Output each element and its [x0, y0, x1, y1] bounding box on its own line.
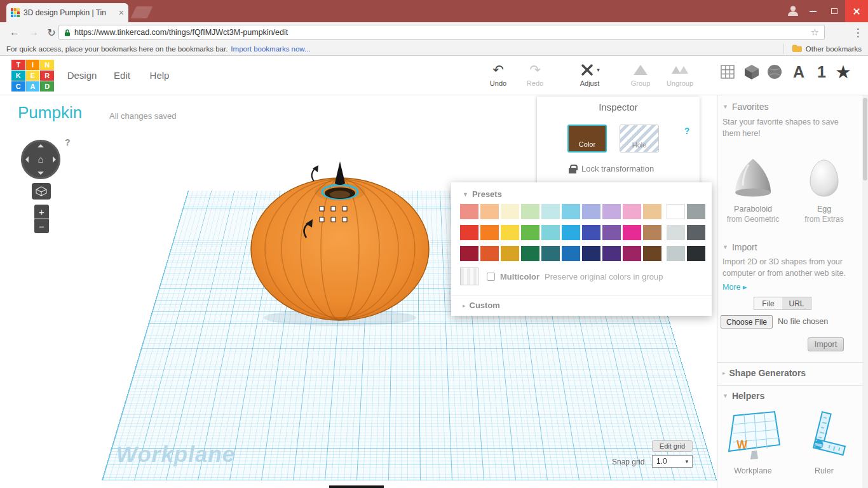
hole-chip[interactable]: Hole: [620, 125, 659, 152]
color-swatch[interactable]: [480, 246, 499, 261]
color-swatch[interactable]: [643, 225, 661, 240]
color-swatch[interactable]: [480, 225, 499, 240]
color-swatch[interactable]: [541, 204, 560, 219]
color-swatch[interactable]: [501, 246, 519, 261]
undo-button[interactable]: ↶ Undo: [480, 61, 516, 87]
color-swatch[interactable]: [501, 204, 519, 219]
presets-section-header[interactable]: ▼ Presets: [463, 189, 502, 199]
color-swatch[interactable]: [460, 204, 478, 219]
color-swatch[interactable]: [582, 225, 600, 240]
color-swatch[interactable]: [602, 204, 621, 219]
number-icon[interactable]: 1: [813, 62, 830, 81]
color-swatch[interactable]: [582, 204, 600, 219]
color-swatch[interactable]: [667, 225, 685, 240]
color-swatch[interactable]: [460, 225, 478, 240]
bookmark-star-icon[interactable]: ☆: [811, 27, 819, 38]
back-button[interactable]: ←: [6, 24, 23, 41]
close-window-button[interactable]: [845, 0, 868, 22]
color-swatch[interactable]: [521, 225, 539, 240]
sidebar-scrollbar[interactable]: [862, 95, 868, 488]
edit-grid-button[interactable]: Edit grid: [652, 440, 693, 452]
shapes-grid-icon[interactable]: [719, 62, 736, 81]
favorites-header[interactable]: ▼ Favorites: [722, 102, 769, 112]
color-swatch[interactable]: [521, 204, 539, 219]
choose-file-button[interactable]: Choose File: [721, 315, 773, 329]
import-bookmarks-link[interactable]: Import bookmarks now...: [231, 45, 310, 53]
home-view-icon[interactable]: ⌂: [23, 154, 58, 165]
helpers-header[interactable]: ▼ Helpers: [722, 391, 764, 401]
color-swatch[interactable]: [460, 246, 478, 261]
fit-view-button[interactable]: [32, 183, 51, 200]
tab-file[interactable]: File: [754, 297, 783, 310]
refresh-button[interactable]: ↻: [43, 24, 60, 41]
menu-edit[interactable]: Edit: [108, 56, 136, 95]
multicolor-swatch[interactable]: [460, 268, 478, 285]
color-swatch[interactable]: [687, 246, 705, 261]
import-button[interactable]: Import: [808, 337, 844, 351]
color-swatch[interactable]: [602, 225, 621, 240]
tab-close-icon[interactable]: ×: [119, 8, 124, 17]
color-swatch[interactable]: [667, 246, 685, 261]
color-swatch[interactable]: [562, 246, 580, 261]
shape-generators-header[interactable]: ▸ Shape Generators: [722, 368, 806, 378]
sphere-icon[interactable]: [766, 62, 783, 81]
color-swatch[interactable]: [623, 246, 641, 261]
help-icon[interactable]: ?: [65, 137, 71, 147]
orbit-control[interactable]: ⌂: [21, 140, 60, 179]
color-swatch[interactable]: [582, 246, 600, 261]
profile-icon[interactable]: [786, 4, 800, 18]
multicolor-checkbox[interactable]: [487, 273, 495, 281]
pumpkin-model[interactable]: [238, 147, 442, 338]
color-swatch[interactable]: [562, 225, 580, 240]
browser-tab[interactable]: 3D design Pumpkin | Tin ×: [6, 3, 128, 22]
color-swatch[interactable]: [541, 225, 560, 240]
custom-section-header[interactable]: ▸ Custom: [463, 301, 500, 310]
color-swatch[interactable]: [562, 204, 580, 219]
color-swatch[interactable]: [687, 204, 705, 219]
other-bookmarks-button[interactable]: Other bookmarks: [806, 45, 862, 53]
color-swatch[interactable]: [623, 204, 641, 219]
zoom-out-button[interactable]: −: [34, 219, 49, 233]
ungroup-button: Ungroup: [660, 61, 700, 87]
design-title[interactable]: Pumpkin: [18, 103, 82, 123]
lock-transformation[interactable]: Lock transformation: [569, 164, 654, 173]
text-letter-icon[interactable]: A: [790, 62, 807, 81]
menu-help[interactable]: Help: [144, 56, 175, 95]
color-swatch[interactable]: [501, 225, 519, 240]
browser-menu-icon[interactable]: ⋮: [850, 24, 865, 41]
color-swatch[interactable]: [623, 225, 641, 240]
new-tab-button[interactable]: [131, 6, 153, 18]
minimize-button[interactable]: [802, 0, 824, 22]
color-chip[interactable]: Color: [567, 125, 607, 152]
tab-url[interactable]: URL: [782, 297, 811, 310]
orbit-down-icon[interactable]: [37, 172, 44, 175]
color-swatch[interactable]: [480, 204, 499, 219]
favorites-star-icon[interactable]: ★: [835, 62, 851, 81]
color-swatch[interactable]: [643, 204, 661, 219]
address-bar[interactable]: https://www.tinkercad.com/things/fQfIMJW…: [58, 25, 825, 40]
more-link[interactable]: More ▸: [722, 282, 747, 292]
color-swatch[interactable]: [521, 246, 539, 261]
helper-workplane[interactable]: W Workplane: [717, 409, 789, 475]
helper-ruler[interactable]: mm Ruler: [789, 409, 860, 475]
color-swatch[interactable]: [667, 204, 685, 219]
color-swatch[interactable]: [643, 246, 661, 261]
zoom-in-button[interactable]: +: [34, 205, 49, 219]
snap-grid-select[interactable]: 1.0 ▼: [652, 455, 693, 468]
maximize-button[interactable]: [824, 0, 845, 22]
url-text[interactable]: https://www.tinkercad.com/things/fQfIMJW…: [74, 28, 807, 37]
orbit-up-icon[interactable]: [37, 144, 44, 147]
shape-egg[interactable]: Egg from Extras: [789, 156, 860, 224]
color-swatch[interactable]: [602, 246, 621, 261]
adjust-button[interactable]: ▾ Adjust: [571, 61, 609, 87]
inspector-help-icon[interactable]: ?: [684, 126, 690, 136]
scale-handle-cone[interactable]: [335, 161, 345, 183]
cube-icon[interactable]: [743, 62, 760, 81]
tinkercad-logo[interactable]: TINKERCAD: [11, 60, 54, 92]
scrollbar-thumb[interactable]: [863, 98, 867, 180]
shape-paraboloid[interactable]: Paraboloid from Geometric: [717, 156, 789, 224]
menu-design[interactable]: Design: [64, 56, 100, 95]
import-header[interactable]: ▼ Import: [722, 242, 757, 252]
color-swatch[interactable]: [687, 225, 705, 240]
color-swatch[interactable]: [541, 246, 560, 261]
